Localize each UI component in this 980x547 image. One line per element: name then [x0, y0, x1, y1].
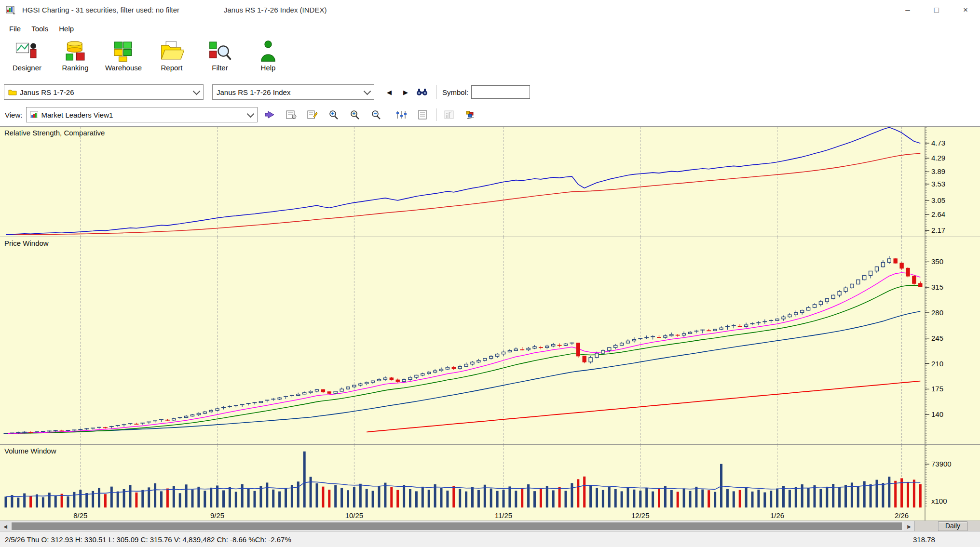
volume-bar	[745, 488, 748, 507]
quote-sheet-button[interactable]	[414, 107, 431, 123]
candle	[657, 335, 661, 338]
security-combobox[interactable]: Janus RS 1-7-26 Index	[212, 84, 374, 100]
volume-bar	[763, 493, 766, 507]
prev-security-button[interactable]: ◀	[381, 84, 397, 100]
svg-text:280: 280	[931, 308, 943, 317]
volume-bar	[565, 491, 567, 507]
candle	[383, 376, 387, 381]
volume-bar	[776, 489, 778, 507]
candle	[732, 324, 736, 328]
ranking-button[interactable]: Ranking	[51, 38, 99, 81]
volume-bar	[384, 483, 386, 507]
svg-text:2/26: 2/26	[895, 511, 909, 520]
folder-icon	[8, 89, 17, 95]
volume-bar	[141, 490, 144, 507]
chart-type-button[interactable]	[440, 107, 458, 123]
volume-bar	[396, 490, 399, 507]
zoom-out-button[interactable]	[368, 107, 385, 123]
volume-bar	[751, 492, 754, 507]
minimize-button[interactable]: –	[893, 0, 922, 20]
volume-bar	[515, 491, 517, 507]
help-button[interactable]: Help	[244, 38, 292, 81]
volume-bar	[533, 491, 536, 507]
volume-bar	[85, 493, 88, 507]
ohlc-readout: 2/5/26 Thu O: 312.93 H: 330.51 L: 305.09…	[5, 535, 291, 544]
candle	[309, 390, 313, 394]
warehouse-button[interactable]: Warehouse	[99, 38, 148, 81]
view-chart-icon	[30, 111, 38, 118]
volume-bar	[390, 487, 393, 507]
candle	[514, 347, 517, 351]
volume-bar	[409, 489, 411, 507]
candle	[365, 382, 368, 385]
volume-bar	[372, 491, 374, 507]
volume-bar	[639, 491, 641, 507]
svg-text:9/25: 9/25	[210, 511, 224, 520]
view-properties-button[interactable]	[283, 107, 300, 123]
apply-view-button[interactable]	[261, 107, 279, 123]
candle	[452, 366, 455, 370]
candle	[178, 417, 182, 419]
volume-bar	[285, 488, 287, 507]
scrollbar-track[interactable]	[11, 521, 904, 532]
scroll-right-button[interactable]: ▶	[904, 521, 914, 532]
candle	[894, 258, 897, 263]
volume-bar	[503, 490, 505, 507]
next-security-button[interactable]: ▶	[397, 84, 414, 100]
candle	[147, 422, 151, 424]
main-toolbar: Designer Ranking Warehouse Report	[0, 38, 980, 81]
candle	[576, 343, 580, 358]
format-button[interactable]	[462, 107, 479, 123]
menu-tools[interactable]: Tools	[26, 25, 54, 33]
warehouse-icon	[111, 40, 136, 63]
volume-bar	[259, 486, 262, 507]
svg-text:10/25: 10/25	[345, 511, 364, 520]
scale-settings-button[interactable]	[393, 107, 410, 123]
menu-help[interactable]: Help	[54, 25, 79, 33]
candle	[750, 322, 755, 325]
scroll-left-button[interactable]: ◀	[0, 521, 11, 532]
volume-bar	[316, 483, 318, 507]
toolbar-separator	[436, 108, 436, 121]
close-button[interactable]: ×	[951, 0, 980, 20]
volume-bar	[328, 490, 330, 507]
candle	[477, 359, 480, 363]
report-button[interactable]: Report	[148, 38, 196, 81]
view-combobox[interactable]: Market Leaders View1	[26, 107, 258, 122]
maximize-button[interactable]: □	[922, 0, 951, 20]
menu-file[interactable]: File	[4, 25, 26, 33]
volume-bar	[633, 490, 635, 507]
candle	[713, 329, 717, 331]
svg-text:x100: x100	[931, 497, 947, 505]
candle	[216, 408, 219, 412]
volume-bar	[11, 495, 13, 507]
candle	[670, 333, 673, 336]
candle	[756, 321, 761, 325]
volume-bar	[907, 482, 909, 507]
volume-bar	[857, 486, 859, 507]
period-selector[interactable]: Daily	[938, 521, 967, 531]
candle	[881, 260, 885, 267]
candle	[116, 425, 120, 427]
zoom-area-button[interactable]	[346, 107, 364, 123]
volume-bar	[540, 489, 542, 507]
svg-text:140: 140	[931, 410, 943, 418]
scrollbar-thumb[interactable]	[12, 522, 902, 530]
designer-button[interactable]: Designer	[3, 38, 51, 81]
find-symbol-button[interactable]	[414, 84, 430, 100]
candle	[221, 406, 226, 410]
symbol-input[interactable]	[471, 85, 530, 99]
svg-text:3.53: 3.53	[931, 180, 945, 188]
candle	[782, 316, 785, 321]
candle	[297, 393, 300, 396]
volume-bar	[278, 492, 281, 507]
volume-bar	[677, 492, 679, 507]
volume-bar	[452, 486, 455, 507]
volume-bar	[266, 482, 268, 507]
filter-button[interactable]: Filter	[196, 38, 244, 81]
view-bar: View: Market Leaders View1	[0, 103, 980, 126]
zoom-in-button[interactable]	[325, 107, 342, 123]
edit-view-button[interactable]	[304, 107, 321, 123]
group-combobox[interactable]: Janus RS 1-7-26	[4, 84, 204, 100]
candle	[396, 378, 399, 382]
